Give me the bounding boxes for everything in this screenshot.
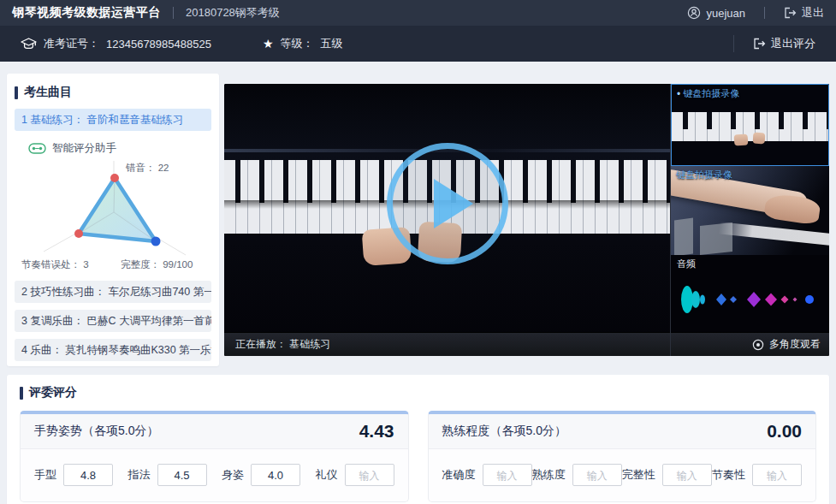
score-card-title: 熟练程度（各项5.0分） bbox=[442, 424, 566, 439]
score-card-proficiency: 熟练程度（各项5.0分） 0.00 准确度 熟练度 完整性 bbox=[428, 411, 817, 502]
user-icon bbox=[687, 6, 701, 20]
camera-thumbnail-2[interactable]: 键盘拍摄录像 bbox=[671, 166, 829, 255]
field-label: 礼仪 bbox=[316, 467, 338, 483]
level-value: 五级 bbox=[320, 36, 342, 51]
level-group: ★ 等级： 五级 bbox=[263, 36, 343, 51]
field-label: 指法 bbox=[128, 467, 151, 483]
track-item-4[interactable]: 4 乐曲： 莫扎特钢琴奏鸣曲K330 第一乐章 bbox=[15, 339, 211, 361]
field-completeness: 完整性 bbox=[622, 464, 712, 486]
field-hand-shape: 手型 bbox=[34, 464, 113, 486]
recording-dot-icon: • bbox=[677, 89, 680, 99]
assistant-link-icon bbox=[28, 143, 46, 154]
subbar-divider bbox=[733, 35, 734, 52]
audio-waveform bbox=[677, 279, 824, 320]
field-proficiency: 熟练度 bbox=[532, 464, 622, 486]
audio-track-panel: 音频 bbox=[671, 255, 829, 332]
score-card-header: 熟练程度（各项5.0分） 0.00 bbox=[429, 414, 816, 449]
tracks-title-text: 考生曲目 bbox=[24, 85, 72, 100]
field-fingering: 指法 bbox=[128, 464, 207, 486]
etiquette-input[interactable] bbox=[345, 464, 394, 486]
star-icon: ★ bbox=[263, 37, 274, 50]
ticket-number-group: 准考证号： 12345678985488525 bbox=[21, 36, 211, 51]
level-label: 等级： bbox=[280, 36, 313, 51]
posture-input[interactable] bbox=[251, 464, 300, 486]
field-rhythm: 节奏性 bbox=[712, 464, 802, 486]
judge-scoring-panel: 评委评分 手势姿势（各项5.0分） 4.43 手型 指法 bbox=[7, 375, 829, 504]
field-label: 身姿 bbox=[222, 467, 244, 483]
multi-angle-label: 多角度观看 bbox=[769, 337, 821, 352]
video-player: 正在播放： 基础练习 • 键盘拍摄录像 键盘拍摄录像 bbox=[224, 84, 829, 356]
track-item-2[interactable]: 2 技巧性练习曲： 车尔尼练习曲740 第一首 bbox=[15, 281, 211, 303]
field-label: 熟练度 bbox=[532, 467, 566, 483]
radar-label-rhythm-errors: 节奏错误处： 3 bbox=[21, 259, 89, 270]
scoring-title-text: 评委评分 bbox=[29, 385, 77, 400]
field-accuracy: 准确度 bbox=[442, 464, 532, 486]
radar-chart: 错音： 22 节奏错误处： 3 完整度： 99/100 bbox=[18, 157, 211, 276]
session-title: 20180728钢琴考级 bbox=[186, 5, 280, 21]
track-item-3[interactable]: 3 复调乐曲： 巴赫C 大调平均律第一首前奏曲 bbox=[15, 310, 211, 332]
field-posture: 身姿 bbox=[222, 464, 300, 486]
title-accent-bar bbox=[20, 387, 23, 400]
score-card-gesture: 手势姿势（各项5.0分） 4.43 手型 指法 身姿 bbox=[20, 411, 409, 502]
thumb1-right-hand bbox=[753, 133, 766, 145]
hand-shape-input[interactable] bbox=[63, 464, 113, 486]
ticket-number: 12345678985488525 bbox=[106, 38, 211, 50]
multi-angle-button[interactable]: 多角度观看 bbox=[671, 332, 829, 356]
exit-scoring-label: 退出评分 bbox=[771, 36, 815, 51]
accuracy-input[interactable] bbox=[483, 464, 532, 486]
thumb2-keybed bbox=[718, 222, 829, 245]
main-content: 考生曲目 1 基础练习： 音阶和琶音基础练习 智能评分助手 bbox=[0, 62, 836, 366]
play-icon bbox=[434, 179, 473, 228]
logout-icon bbox=[784, 7, 797, 19]
page: 钢琴视频考级数据运营平台 20180728钢琴考级 yuejuan 退出 准考证… bbox=[0, 0, 836, 504]
main-video[interactable]: 正在播放： 基础练习 bbox=[224, 84, 670, 356]
ticket-label: 准考证号： bbox=[44, 36, 99, 51]
completeness-input[interactable] bbox=[662, 464, 712, 486]
radar-point-rhythm-errors bbox=[74, 229, 83, 238]
score-card-total: 4.43 bbox=[359, 421, 394, 442]
radar-polygon bbox=[79, 178, 156, 241]
candidate-tracks-panel: 考生曲目 1 基础练习： 音阶和琶音基础练习 智能评分助手 bbox=[7, 74, 219, 366]
exam-info-bar: 准考证号： 12345678985488525 ★ 等级： 五级 退出评分 bbox=[0, 26, 836, 62]
scoring-title: 评委评分 bbox=[20, 385, 816, 400]
camera-thumbnail-1[interactable]: • 键盘拍摄录像 bbox=[671, 84, 829, 166]
fingering-input[interactable] bbox=[157, 464, 207, 486]
camera-angle-panel: • 键盘拍摄录像 键盘拍摄录像 音频 bbox=[670, 84, 829, 356]
thumb1-left-hand bbox=[734, 134, 749, 146]
field-label: 完整性 bbox=[622, 467, 655, 483]
assistant-label: 智能评分助手 bbox=[52, 141, 116, 156]
logout-label: 退出 bbox=[802, 5, 824, 21]
smart-scoring-assistant: 智能评分助手 bbox=[28, 141, 211, 156]
radar-point-completeness bbox=[151, 237, 161, 246]
now-playing-bar: 正在播放： 基础练习 bbox=[224, 332, 670, 356]
field-label: 节奏性 bbox=[712, 467, 745, 483]
app-title: 钢琴视频考级数据运营平台 bbox=[12, 5, 161, 21]
play-button[interactable] bbox=[387, 143, 508, 264]
exit-scoring-icon bbox=[753, 38, 766, 50]
thumb2-stand bbox=[674, 217, 693, 255]
logout-button[interactable]: 退出 bbox=[784, 5, 824, 21]
topbar-divider bbox=[764, 7, 765, 19]
camera-2-label: 键盘拍摄录像 bbox=[676, 169, 732, 181]
score-card-header: 手势姿势（各项5.0分） 4.43 bbox=[21, 414, 408, 449]
track-item-1[interactable]: 1 基础练习： 音阶和琶音基础练习 bbox=[15, 109, 211, 131]
user-menu[interactable]: yuejuan bbox=[687, 6, 745, 20]
thumb1-piano-keys bbox=[672, 112, 828, 141]
field-label: 手型 bbox=[34, 467, 56, 483]
graduation-cap-icon bbox=[21, 38, 37, 50]
exit-scoring-button[interactable]: 退出评分 bbox=[753, 36, 815, 51]
radar-point-wrong-notes bbox=[110, 174, 119, 182]
eye-icon bbox=[752, 339, 764, 351]
radar-label-completeness: 完整度： 99/100 bbox=[121, 259, 193, 270]
thumb2-hand bbox=[763, 193, 821, 226]
tracks-title: 考生曲目 bbox=[15, 85, 211, 100]
title-divider bbox=[173, 7, 174, 19]
now-playing-text: 正在播放： 基础练习 bbox=[235, 338, 330, 350]
rhythm-input[interactable] bbox=[752, 464, 802, 486]
username: yuejuan bbox=[706, 7, 745, 20]
proficiency-input[interactable] bbox=[572, 464, 622, 486]
field-label: 准确度 bbox=[442, 467, 476, 483]
camera-1-label-row: • 键盘拍摄录像 bbox=[677, 87, 739, 100]
top-navbar: 钢琴视频考级数据运营平台 20180728钢琴考级 yuejuan 退出 bbox=[0, 0, 836, 26]
audio-label: 音频 bbox=[677, 258, 823, 270]
